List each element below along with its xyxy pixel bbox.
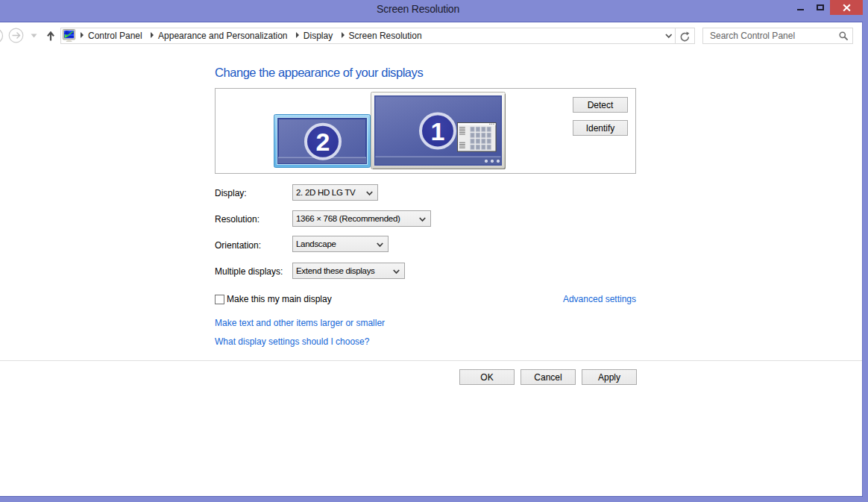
svg-text:2: 2 [316,128,330,156]
svg-text:1: 1 [431,117,445,145]
